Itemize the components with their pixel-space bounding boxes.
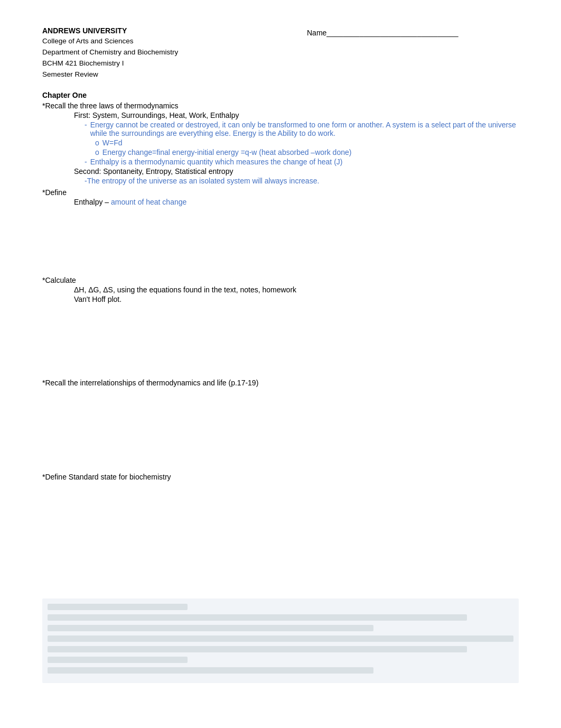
chapter-title: Chapter One: [42, 91, 519, 99]
circle-icon-2: o: [95, 148, 99, 156]
blurred-line-7: [48, 667, 373, 674]
dash-icon-1: -: [85, 121, 87, 137]
second-law-label: Second: Spontaneity, Entropy, Statistica…: [42, 167, 519, 176]
first-law-bullet-3: o Energy change=final energy-initial ene…: [42, 148, 519, 156]
university-name: ANDREWS UNIVERSITY: [42, 26, 254, 35]
second-law-bullet: -The entropy of the universe as an isola…: [42, 177, 519, 185]
blurred-line-6: [48, 657, 188, 663]
circle-icon-1: o: [95, 139, 99, 147]
enthalpy-label: Enthalpy –: [74, 198, 109, 206]
first-law-bullet-4: - Enthalpy is a thermodynamic quantity w…: [42, 158, 519, 166]
interrelationships-label: *Recall the interrelationships of thermo…: [42, 379, 519, 387]
define-section: *Define Enthalpy – amount of heat change: [42, 188, 519, 206]
define-label: *Define: [42, 188, 519, 197]
first-law-bullet-1: - Energy cannot be created or destroyed,…: [42, 121, 519, 137]
calculate-line1: ΔH, ΔG, ΔS, using the equations found in…: [42, 285, 519, 294]
blurred-footer: [42, 598, 519, 683]
blurred-line-3: [48, 625, 373, 631]
university-info: ANDREWS UNIVERSITY College of Arts and S…: [42, 26, 254, 80]
calculate-line2: Van't Hoff plot.: [42, 295, 519, 303]
course: BCHM 421 Biochemistry I: [42, 58, 254, 69]
header: ANDREWS UNIVERSITY College of Arts and S…: [42, 26, 519, 80]
first-law-bullet-2: o W=Fd: [42, 139, 519, 147]
first-law-label: First: System, Surroundings, Heat, Work,…: [42, 111, 519, 119]
department: Department of Chemistry and Biochemistry: [42, 47, 254, 58]
blurred-line-1: [48, 604, 188, 610]
name-underline: ________________________________: [326, 29, 458, 37]
enthalpy-value: amount of heat change: [111, 198, 186, 206]
dash-icon-2: -: [85, 158, 87, 166]
spacer-3: [42, 388, 519, 473]
first-law-bullet-4-text: Enthalpy is a thermodynamic quantity whi…: [90, 158, 343, 166]
blurred-line-2: [48, 614, 467, 621]
review: Semester Review: [42, 69, 254, 80]
recall-intro: *Recall the three laws of thermodynamics: [42, 102, 519, 110]
spacer-2: [42, 305, 519, 379]
standard-state-label: *Define Standard state for biochemistry: [42, 473, 519, 481]
blurred-line-4: [48, 635, 513, 642]
enthalpy-definition: Enthalpy – amount of heat change: [42, 198, 519, 206]
name-field: Name________________________________: [254, 26, 519, 37]
spacer-4: [42, 482, 519, 546]
name-label: Name: [307, 29, 326, 37]
chapter-section: Chapter One *Recall the three laws of th…: [42, 91, 519, 683]
calculate-label: *Calculate: [42, 276, 519, 284]
college: College of Arts and Sciences: [42, 36, 254, 47]
first-law-bullet-3-text: Energy change=final energy-initial energ…: [102, 148, 352, 156]
blurred-line-5: [48, 646, 467, 652]
first-law-bullet-2-text: W=Fd: [102, 139, 123, 147]
first-law-bullet-1-text: Energy cannot be created or destroyed, i…: [90, 121, 519, 137]
spacer-1: [42, 207, 519, 276]
